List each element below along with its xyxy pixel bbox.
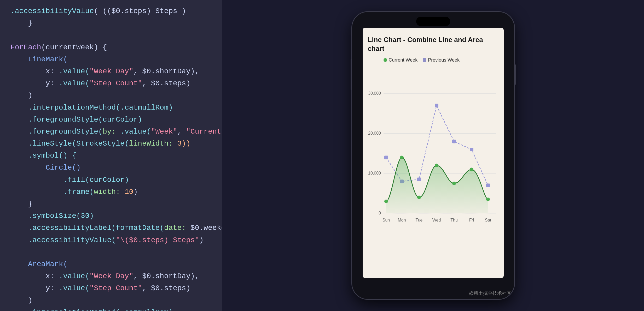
cur-dot-sun bbox=[384, 199, 388, 203]
svg-text:Tue: Tue bbox=[415, 218, 422, 222]
code-line: x: .value("Week Day", $0.shortDay), bbox=[10, 270, 212, 282]
code-line bbox=[10, 29, 212, 41]
chart-area: 30,000 20,000 10,000 0 bbox=[368, 65, 498, 273]
svg-text:Sun: Sun bbox=[382, 218, 390, 222]
legend-previous-week: Previous Week bbox=[423, 57, 460, 63]
code-line: } bbox=[10, 17, 212, 29]
svg-text:Wed: Wed bbox=[432, 218, 441, 222]
svg-text:20,000: 20,000 bbox=[368, 131, 381, 135]
code-line: .lineStyle(StrokeStyle(lineWidth: 3)) bbox=[10, 138, 212, 150]
prev-dot-tue bbox=[417, 177, 421, 181]
code-line: ) bbox=[10, 295, 212, 307]
prev-dot-sun bbox=[384, 156, 388, 159]
phone-frame: Line Chart - Combine LIne and Area chart… bbox=[352, 12, 514, 299]
legend-green-dot bbox=[384, 58, 387, 62]
code-line: y: .value("Step Count", $0.steps) bbox=[10, 282, 212, 294]
dynamic-island bbox=[416, 17, 450, 26]
code-line: y: .value("Step Count", $0.steps) bbox=[10, 77, 212, 89]
code-line: .accessibilityValue("\($0.steps) Steps") bbox=[10, 234, 212, 246]
code-line: .accessibilityLabel(formatDate(date: $0.… bbox=[10, 222, 212, 234]
code-line: ForEach(currentWeek) { bbox=[10, 41, 212, 53]
code-line: LineMark( bbox=[10, 53, 212, 65]
cur-dot-fri bbox=[470, 168, 473, 171]
code-line: .symbolSize(30) bbox=[10, 210, 212, 222]
prev-dot-fri bbox=[470, 147, 473, 151]
code-line: .frame(width: 10) bbox=[10, 186, 212, 198]
legend-purple-dot bbox=[423, 58, 426, 62]
prev-dot-sat bbox=[486, 183, 490, 187]
code-panel: .accessibilityValue( (($0.steps) Steps )… bbox=[0, 0, 222, 311]
svg-text:30,000: 30,000 bbox=[368, 91, 381, 95]
phone-panel: Line Chart - Combine LIne and Area chart… bbox=[222, 0, 644, 311]
legend-previous-week-label: Previous Week bbox=[428, 57, 460, 63]
code-line: .fill(curColor) bbox=[10, 174, 212, 186]
cur-dot-thu bbox=[452, 182, 456, 185]
chart-legend: Current Week Previous Week bbox=[368, 57, 498, 63]
cur-dot-tue bbox=[417, 195, 421, 199]
code-line: .accessibilityValue( (($0.steps) Steps ) bbox=[10, 5, 212, 17]
code-line: x: .value("Week Day", $0.shortDay), bbox=[10, 65, 212, 77]
code-line: AreaMark( bbox=[10, 258, 212, 270]
legend-current-week: Current Week bbox=[384, 57, 418, 63]
cur-dot-sat bbox=[486, 198, 490, 201]
prev-dot-thu bbox=[452, 140, 456, 143]
phone-screen: Line Chart - Combine LIne and Area chart… bbox=[363, 28, 504, 278]
code-line: } bbox=[10, 198, 212, 210]
chart-title: Line Chart - Combine LIne and Area chart bbox=[368, 35, 498, 53]
svg-text:10,000: 10,000 bbox=[368, 171, 381, 175]
prev-dot-wed bbox=[435, 104, 438, 107]
code-line: .foregroundStyle(curColor) bbox=[10, 114, 212, 126]
svg-text:Mon: Mon bbox=[398, 218, 406, 222]
legend-current-week-label: Current Week bbox=[389, 57, 418, 63]
code-line: Circle() bbox=[10, 162, 212, 174]
code-line: ) bbox=[10, 89, 212, 101]
cur-dot-wed bbox=[435, 164, 438, 167]
code-line: .interpolationMethod(.catmullRom) bbox=[10, 307, 212, 311]
chart-svg: 30,000 20,000 10,000 0 bbox=[368, 65, 498, 273]
code-line: .symbol() { bbox=[10, 150, 212, 162]
watermark: @稀土掘金技术社区 bbox=[469, 290, 511, 296]
svg-text:Fri: Fri bbox=[469, 218, 474, 222]
cur-dot-mon bbox=[400, 156, 404, 159]
code-line: .foregroundStyle(by: .value("Week", "Cur… bbox=[10, 126, 212, 138]
code-line bbox=[10, 246, 212, 258]
svg-text:Sat: Sat bbox=[485, 218, 491, 222]
code-line: .interpolationMethod(.catmullRom) bbox=[10, 102, 212, 114]
svg-text:Thu: Thu bbox=[450, 218, 458, 222]
svg-text:0: 0 bbox=[379, 211, 381, 215]
